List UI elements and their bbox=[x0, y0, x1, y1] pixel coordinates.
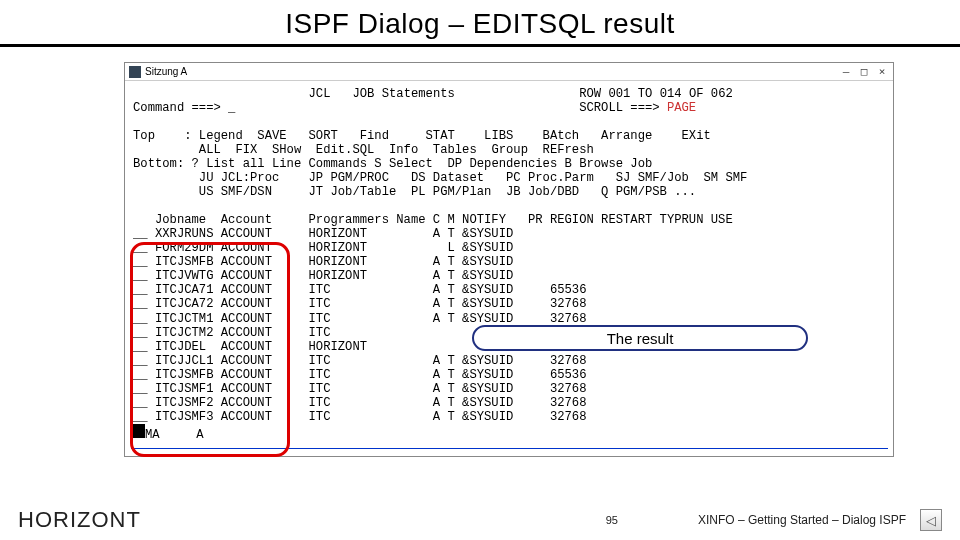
table-row[interactable]: __ ITCJSMFB ACCOUNT HORIZONT A T &SYSUID bbox=[133, 255, 513, 269]
table-row[interactable]: __ ITCJSMF1 ACCOUNT ITC A T &SYSUID 3276… bbox=[133, 382, 586, 396]
hdr-jcl-label: JCL bbox=[309, 87, 331, 101]
title-underline bbox=[0, 44, 960, 47]
scroll-label: SCROLL ===> bbox=[579, 101, 667, 115]
table-row[interactable]: __ ITCJSMF2 ACCOUNT ITC A T &SYSUID 3276… bbox=[133, 396, 586, 410]
hdr-jobstmt: JOB Statements bbox=[352, 87, 454, 101]
table-row[interactable]: __ FORM29DM ACCOUNT HORIZONT L &SYSUID bbox=[133, 241, 513, 255]
menu-bottom-label: Bottom: bbox=[133, 157, 184, 171]
maximize-button[interactable]: □ bbox=[857, 65, 871, 78]
table-row[interactable]: __ ITCJDEL ACCOUNT HORIZONT bbox=[133, 340, 367, 354]
scroll-value[interactable]: PAGE bbox=[667, 101, 696, 115]
table-row[interactable]: __ ITCJCTM2 ACCOUNT ITC bbox=[133, 326, 330, 340]
row-counter: ROW 001 TO 014 OF 062 bbox=[579, 87, 733, 101]
callout-text: The result bbox=[607, 330, 674, 347]
page-title: ISPF Dialog – EDITSQL result bbox=[0, 0, 960, 44]
menu-bottom-row1[interactable]: ? List all Line Commands S Select DP Dep… bbox=[184, 157, 652, 171]
window-titlebar: Sitzung A – □ × bbox=[125, 63, 893, 81]
command-prompt[interactable]: Command ===> _ bbox=[133, 101, 235, 115]
hdr-jcl bbox=[133, 87, 309, 101]
menu-top-row1[interactable]: Legend SAVE SORT Find STAT LIBS BAtch Ar… bbox=[192, 129, 711, 143]
table-row[interactable]: __ ITCJJCL1 ACCOUNT ITC A T &SYSUID 3276… bbox=[133, 354, 586, 368]
terminal-body: JCL JOB Statements ROW 001 TO 014 OF 062… bbox=[125, 81, 893, 448]
menu-top-label: Top : bbox=[133, 129, 192, 143]
table-row[interactable]: __ ITCJSMFB ACCOUNT ITC A T &SYSUID 6553… bbox=[133, 368, 586, 382]
cursor-block bbox=[133, 424, 145, 438]
table-row[interactable]: __ XXRJRUNS ACCOUNT HORIZONT A T &SYSUID bbox=[133, 227, 513, 241]
prev-slide-button[interactable]: ◁ bbox=[920, 509, 942, 531]
app-icon bbox=[129, 66, 141, 78]
column-headers: Jobname Account Programmers Name C M NOT… bbox=[133, 213, 733, 227]
table-row[interactable]: __ ITCJCA72 ACCOUNT ITC A T &SYSUID 3276… bbox=[133, 297, 586, 311]
table-row[interactable]: __ ITCJCA71 ACCOUNT ITC A T &SYSUID 6553… bbox=[133, 283, 586, 297]
close-button[interactable]: × bbox=[875, 65, 889, 78]
terminal-bottom-rule bbox=[131, 448, 888, 449]
slide-footer: HORIZONT 95 XINFO – Getting Started – Di… bbox=[0, 500, 960, 540]
callout-bubble: The result bbox=[472, 325, 808, 351]
menu-top-row2[interactable]: ALL FIX SHow Edit.SQL Info Tables Group … bbox=[192, 143, 594, 157]
menu-bottom-row3[interactable]: US SMF/DSN JT Job/Table PL PGM/Plan JB J… bbox=[192, 185, 697, 199]
table-row[interactable]: __ ITCJVWTG ACCOUNT HORIZONT A T &SYSUID bbox=[133, 269, 513, 283]
menu-bottom-row2[interactable]: JU JCL:Proc JP PGM/PROC DS Dataset PC Pr… bbox=[192, 171, 748, 185]
table-row[interactable]: __ ITCJCTM1 ACCOUNT ITC A T &SYSUID 3276… bbox=[133, 312, 586, 326]
page-number: 95 bbox=[606, 514, 618, 526]
brand-logo: HORIZONT bbox=[18, 507, 141, 533]
status-ma: MA bbox=[145, 428, 160, 442]
terminal-window: Sitzung A – □ × JCL JOB Statements ROW 0… bbox=[124, 62, 894, 457]
window-title: Sitzung A bbox=[145, 66, 187, 77]
course-title: XINFO – Getting Started – Dialog ISPF bbox=[698, 513, 906, 527]
minimize-button[interactable]: – bbox=[839, 65, 853, 78]
status-a: A bbox=[196, 428, 203, 442]
table-row[interactable]: __ ITCJSMF3 ACCOUNT ITC A T &SYSUID 3276… bbox=[133, 410, 586, 424]
